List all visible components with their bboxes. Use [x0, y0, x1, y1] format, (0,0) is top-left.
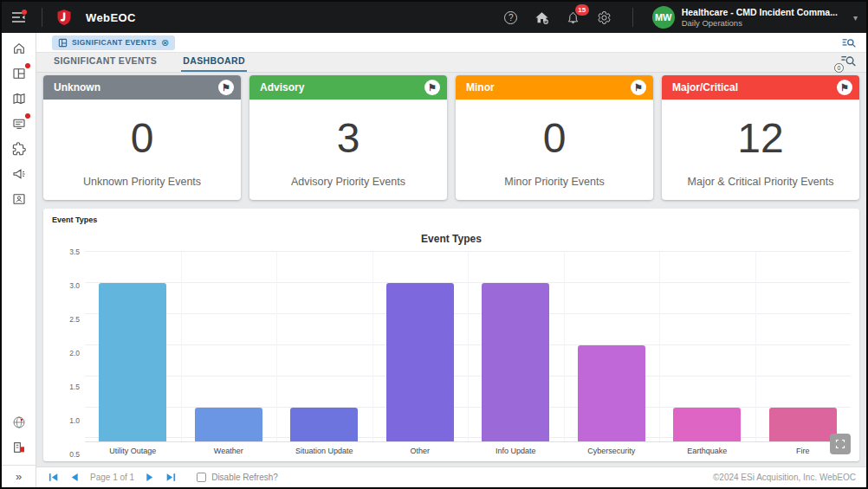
gridline	[276, 252, 277, 441]
card-value: 12	[662, 100, 859, 176]
chip-close-icon[interactable]: ⊗	[161, 38, 169, 48]
gridline	[659, 252, 660, 441]
board-icon	[58, 38, 68, 48]
webeoc-logo-icon	[56, 9, 72, 26]
copyright-text: ©2024 ESi Acquisition, Inc. WebEOC	[713, 473, 856, 482]
home-settings-icon[interactable]	[534, 9, 551, 26]
y-tick-label: 2.0	[69, 349, 80, 357]
y-tick-label: 2.5	[69, 315, 80, 324]
y-tick-label: 0.5	[69, 450, 80, 459]
menu-toggle-icon[interactable]	[9, 8, 28, 27]
sidebar-item-boards[interactable]	[10, 66, 28, 80]
user-menu[interactable]: MW Healthcare - CMD Incident Comma... Da…	[652, 6, 858, 29]
y-tick-label: 1.0	[69, 416, 80, 425]
left-sidebar: »	[2, 33, 36, 487]
bar-fire[interactable]	[769, 408, 837, 441]
bar-weather[interactable]	[195, 408, 262, 441]
flag-icon[interactable]: ⚑	[218, 80, 234, 95]
gridline	[181, 252, 182, 441]
x-tick-label: Earthquake	[659, 442, 755, 458]
bar-info-update[interactable]	[482, 283, 549, 441]
page-indicator: Page 1 of 1	[90, 473, 134, 482]
settings-gear-icon[interactable]	[596, 9, 613, 26]
divider	[632, 8, 633, 27]
search-count-badge: 0	[834, 63, 844, 73]
last-page-button[interactable]	[164, 472, 178, 484]
y-axis: 0.51.01.52.02.53.03.5	[52, 252, 85, 458]
alert-dot	[25, 113, 30, 119]
bar-cybersecurity[interactable]	[578, 345, 645, 441]
x-axis-labels: Utility OutageWeatherSituation UpdateOth…	[85, 442, 851, 458]
dashboard-content: Unknown ⚑ 0 Unknown Priority Events Advi…	[36, 73, 866, 466]
app-title: WebEOC	[86, 11, 136, 24]
card-label: Minor Priority Events	[456, 176, 653, 200]
notification-count-badge: 15	[575, 4, 589, 16]
card-major-critical[interactable]: Major/Critical ⚑ 12 Major & Critical Pri…	[662, 75, 859, 200]
tab-significant-events[interactable]: SIGNIFICANT EVENTS	[52, 55, 159, 72]
bar-utility-outage[interactable]	[99, 283, 166, 441]
panel-header: Event Types	[52, 216, 851, 224]
card-title: Unknown	[54, 81, 100, 93]
next-page-button[interactable]	[143, 472, 157, 484]
chevron-down-icon: ▾	[853, 13, 858, 23]
divider	[42, 8, 42, 27]
fullscreen-icon	[835, 439, 845, 449]
filter-search-icon[interactable]	[842, 37, 856, 48]
first-page-button[interactable]	[47, 472, 61, 484]
flag-icon[interactable]: ⚑	[631, 80, 646, 95]
x-tick-label: Info Update	[468, 442, 564, 458]
alert-dot	[25, 63, 30, 68]
x-tick-label: Utility Outage	[85, 442, 181, 458]
card-value: 3	[249, 100, 447, 176]
chart-fullscreen-button[interactable]	[830, 434, 851, 454]
sidebar-expand-chevrons[interactable]: »	[2, 465, 36, 487]
card-title: Major/Critical	[672, 81, 738, 93]
gridline	[564, 252, 565, 441]
card-title: Minor	[466, 81, 495, 93]
sidebar-item-broadcast[interactable]	[10, 166, 28, 181]
gridline	[372, 252, 373, 441]
chip-label: SIGNIFICANT EVENTS	[72, 38, 157, 47]
flag-icon[interactable]: ⚑	[424, 80, 440, 95]
bar-situation-update[interactable]	[290, 408, 358, 441]
sidebar-item-web-links[interactable]	[10, 415, 28, 429]
previous-page-button[interactable]	[68, 472, 81, 484]
tab-dashboard[interactable]: DASHBOARD	[181, 55, 247, 72]
flag-icon[interactable]: ⚑	[837, 80, 852, 95]
sidebar-item-home[interactable]	[10, 41, 28, 55]
card-value: 0	[456, 100, 653, 176]
avatar: MW	[652, 6, 675, 29]
gridline	[468, 252, 469, 441]
event-types-panel: Event Types Event Types 0.51.01.52.02.53…	[43, 209, 859, 461]
card-unknown[interactable]: Unknown ⚑ 0 Unknown Priority Events	[43, 75, 241, 200]
gridline	[755, 252, 756, 441]
sidebar-item-organization[interactable]	[10, 440, 28, 454]
board-chip-bar: SIGNIFICANT EVENTS ⊗	[36, 33, 866, 52]
record-search-button[interactable]: 0	[840, 55, 856, 72]
notifications-bell-icon[interactable]: 15	[565, 9, 582, 26]
bar-other[interactable]	[386, 283, 454, 441]
card-minor[interactable]: Minor ⚑ 0 Minor Priority Events	[456, 75, 653, 200]
disable-refresh-checkbox[interactable]	[197, 473, 206, 482]
chart-plot	[85, 252, 851, 442]
x-tick-label: Cybersecurity	[564, 442, 660, 458]
card-title: Advisory	[260, 81, 304, 93]
y-tick-label: 3.5	[69, 248, 80, 256]
y-tick-label: 1.5	[69, 383, 80, 391]
y-tick-label: 3.0	[69, 281, 80, 290]
sidebar-item-message-boards[interactable]	[10, 116, 28, 131]
incident-name: Daily Operations	[682, 18, 838, 29]
priority-cards-row: Unknown ⚑ 0 Unknown Priority Events Advi…	[43, 75, 859, 200]
pagination-bar: Page 1 of 1 Disable Refresh? ©2024 ESi A…	[36, 466, 866, 487]
sidebar-item-contacts[interactable]	[10, 191, 28, 206]
card-label: Advisory Priority Events	[249, 176, 447, 200]
help-icon[interactable]: ?	[502, 9, 520, 26]
sidebar-item-plugins[interactable]	[10, 141, 28, 156]
x-tick-label: Other	[372, 442, 469, 458]
top-bar: WebEOC ? 15 MW Healthcare - CMD Incident…	[2, 2, 866, 33]
sidebar-item-maps[interactable]	[10, 91, 28, 106]
board-chip-significant-events[interactable]: SIGNIFICANT EVENTS ⊗	[52, 35, 175, 50]
x-tick-label: Situation Update	[276, 442, 372, 458]
card-advisory[interactable]: Advisory ⚑ 3 Advisory Priority Events	[249, 75, 447, 200]
bar-earthquake[interactable]	[673, 408, 741, 441]
